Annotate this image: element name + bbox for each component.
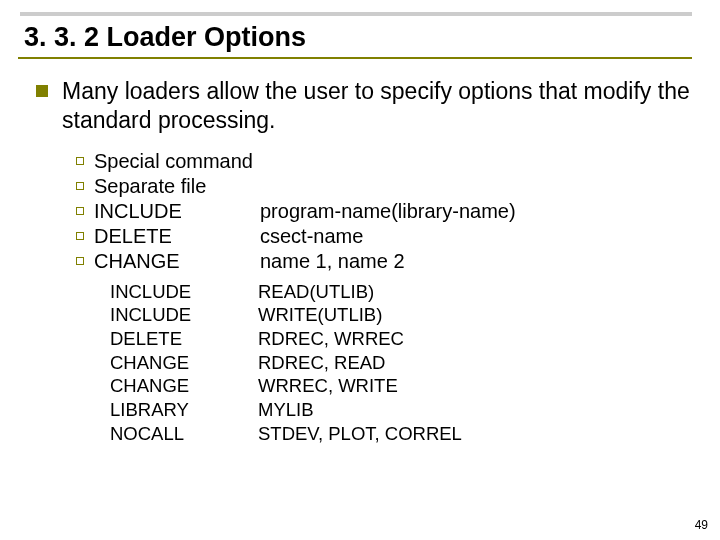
- example-cmd: INCLUDE: [110, 280, 258, 304]
- example-cmd: CHANGE: [110, 374, 258, 398]
- sub-value: name 1, name 2: [260, 249, 405, 274]
- example-cmd: NOCALL: [110, 422, 258, 446]
- square-bullet-icon: [36, 85, 48, 97]
- slide-title: 3. 3. 2 Loader Options: [24, 22, 692, 53]
- sub-value: csect-name: [260, 224, 363, 249]
- hollow-square-icon: [76, 182, 84, 190]
- sub-label: DELETE: [94, 224, 260, 249]
- example-cmd: DELETE: [110, 327, 258, 351]
- example-row: DELETE RDREC, WRREC: [110, 327, 692, 351]
- hollow-square-icon: [76, 157, 84, 165]
- example-arg: READ(UTLIB): [258, 280, 374, 304]
- slide-body: Many loaders allow the user to specify o…: [18, 77, 692, 445]
- sub-item: Special command: [76, 149, 692, 174]
- sub-item: DELETE csect-name: [76, 224, 692, 249]
- example-row: CHANGE RDREC, READ: [110, 351, 692, 375]
- example-arg: STDEV, PLOT, CORREL: [258, 422, 462, 446]
- sub-label: CHANGE: [94, 249, 260, 274]
- example-cmd: CHANGE: [110, 351, 258, 375]
- example-arg: WRITE(UTLIB): [258, 303, 382, 327]
- sub-label: Special command: [94, 149, 260, 174]
- example-arg: RDREC, WRREC: [258, 327, 404, 351]
- title-rule-bottom: 3. 3. 2 Loader Options: [18, 10, 692, 59]
- hollow-square-icon: [76, 257, 84, 265]
- slide: 3. 3. 2 Loader Options Many loaders allo…: [0, 0, 720, 540]
- sub-value: program-name(library-name): [260, 199, 516, 224]
- intro-text: Many loaders allow the user to specify o…: [62, 77, 692, 135]
- example-arg: WRREC, WRITE: [258, 374, 398, 398]
- example-arg: RDREC, READ: [258, 351, 385, 375]
- example-block: INCLUDE READ(UTLIB) INCLUDE WRITE(UTLIB)…: [110, 280, 692, 446]
- example-cmd: LIBRARY: [110, 398, 258, 422]
- sub-item: Separate file: [76, 174, 692, 199]
- example-row: LIBRARY MYLIB: [110, 398, 692, 422]
- example-row: CHANGE WRREC, WRITE: [110, 374, 692, 398]
- title-rule-top: 3. 3. 2 Loader Options: [20, 12, 692, 53]
- sub-label: Separate file: [94, 174, 260, 199]
- page-number: 49: [695, 518, 708, 532]
- example-arg: MYLIB: [258, 398, 314, 422]
- example-row: NOCALL STDEV, PLOT, CORREL: [110, 422, 692, 446]
- sub-label: INCLUDE: [94, 199, 260, 224]
- example-row: INCLUDE WRITE(UTLIB): [110, 303, 692, 327]
- hollow-square-icon: [76, 232, 84, 240]
- sub-item: CHANGE name 1, name 2: [76, 249, 692, 274]
- main-bullet: Many loaders allow the user to specify o…: [36, 77, 692, 135]
- hollow-square-icon: [76, 207, 84, 215]
- example-cmd: INCLUDE: [110, 303, 258, 327]
- example-row: INCLUDE READ(UTLIB): [110, 280, 692, 304]
- sub-bullet-list: Special command Separate file INCLUDE pr…: [76, 149, 692, 274]
- sub-item: INCLUDE program-name(library-name): [76, 199, 692, 224]
